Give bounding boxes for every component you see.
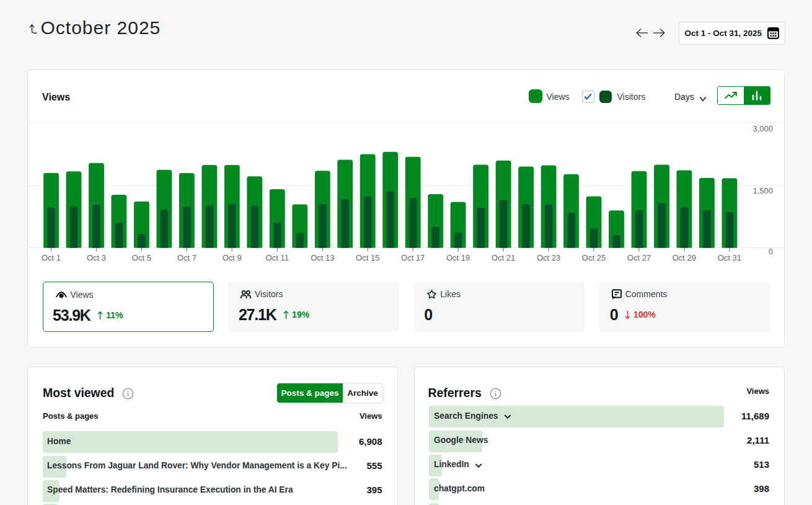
svg-text:Oct 5: Oct 5 [132, 253, 151, 262]
svg-text:Oct 17: Oct 17 [401, 253, 425, 262]
svg-text:Oct 23: Oct 23 [537, 253, 560, 262]
svg-text:Oct 13: Oct 13 [311, 253, 334, 262]
svg-text:Oct 31: Oct 31 [718, 253, 741, 262]
svg-text:0: 0 [769, 246, 773, 256]
svg-text:Oct 9: Oct 9 [223, 253, 242, 262]
svg-text:Oct 19: Oct 19 [446, 253, 470, 262]
svg-text:Oct 27: Oct 27 [627, 253, 651, 262]
svg-text:Oct 29: Oct 29 [673, 253, 696, 262]
svg-text:Oct 3: Oct 3 [87, 253, 106, 262]
svg-text:Oct 1: Oct 1 [42, 253, 61, 262]
svg-text:3,000: 3,000 [752, 123, 773, 133]
svg-text:1,500: 1,500 [752, 186, 773, 195]
svg-text:Oct 21: Oct 21 [492, 253, 515, 262]
svg-text:Oct 15: Oct 15 [356, 253, 379, 262]
svg-text:Oct 11: Oct 11 [266, 253, 289, 262]
svg-text:Oct 7: Oct 7 [177, 253, 196, 262]
svg-text:Oct 25: Oct 25 [582, 253, 606, 262]
